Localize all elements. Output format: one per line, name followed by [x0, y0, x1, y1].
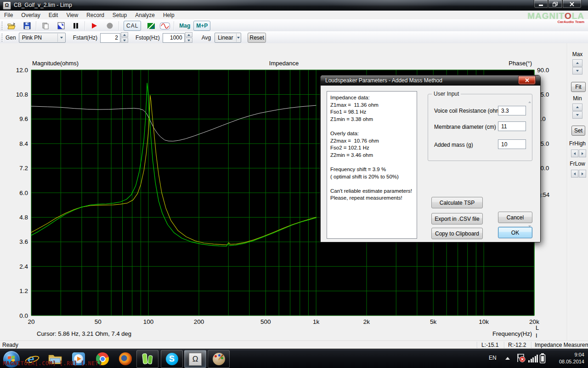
magnitude-phase-view-button[interactable]: M+P [193, 21, 210, 31]
menu-item[interactable]: File [0, 12, 17, 18]
language-indicator[interactable]: EN [489, 355, 497, 361]
taskbar-item-paint[interactable] [208, 350, 230, 368]
skype-icon: S [166, 353, 178, 365]
chevron-down-icon [236, 34, 241, 42]
export-csv-button[interactable]: Export in .CSV file [431, 213, 483, 224]
restore-button[interactable] [548, 0, 562, 8]
play-icon [91, 23, 97, 29]
step-down-button[interactable] [185, 38, 192, 43]
vc-resistance-input[interactable]: 3.3 [498, 106, 526, 115]
toolbar-grip[interactable] [1, 34, 3, 42]
titlebar-sheen [322, 0, 459, 11]
fstop-label: Fstop(Hz) [136, 34, 160, 41]
flag-icon [516, 353, 526, 362]
frlow-left-button[interactable] [571, 170, 578, 178]
generator-view-button[interactable] [159, 21, 171, 31]
generator-select[interactable]: Pink PN [19, 33, 66, 43]
step-up-button[interactable] [185, 32, 192, 37]
save-button[interactable] [21, 21, 33, 31]
max-down-button[interactable] [572, 67, 582, 75]
loudspeaker-parameters-dialog: Loudspeaker Parameters - Added Mass Meth… [320, 75, 541, 242]
toolbar-grip[interactable] [1, 22, 3, 30]
audio-device-icon [141, 353, 153, 366]
frhigh-stepper [571, 150, 587, 158]
fstart-input[interactable]: 2 [100, 33, 120, 43]
frhigh-right-button[interactable] [579, 150, 586, 157]
menu-item[interactable]: Record [82, 12, 108, 18]
taskbar-item-audio-device[interactable] [136, 350, 158, 368]
freq-axis-title: Frequency(Hz) [459, 330, 532, 337]
tray-expand-icon[interactable] [505, 357, 510, 360]
open-file-button[interactable] [6, 21, 17, 31]
status-left-level: L:-15.1 [481, 342, 498, 348]
taskbar-item-firefox[interactable] [118, 351, 133, 366]
status-ready: Ready [2, 342, 18, 348]
action-center-flag-icon[interactable] [516, 353, 526, 364]
step-up-button[interactable] [121, 32, 128, 37]
averaging-select[interactable]: Linear [215, 33, 241, 43]
ok-button[interactable]: OK [498, 227, 532, 238]
axis-tick-label: 7.2 [19, 165, 28, 172]
tray-clock[interactable]: 9:04 08.05.2014 [559, 351, 584, 365]
toolbar-separator [119, 21, 119, 30]
menu-item[interactable]: Analyze [131, 12, 159, 18]
fit-button[interactable]: Fit [571, 82, 586, 92]
dialog-close-button[interactable] [518, 76, 536, 85]
calculate-tsp-button[interactable]: Calculate TSP [431, 197, 483, 208]
set-button[interactable]: Set [571, 126, 585, 136]
firefox-icon [119, 352, 132, 365]
network-signal-icon[interactable] [528, 355, 538, 362]
status-bar: Ready L:-15.1 R:-12.2 Impedance Measurem… [0, 340, 588, 349]
watermark-top: MAGNITOLA CarAudio Team [527, 11, 584, 24]
record-start-button[interactable] [88, 21, 100, 31]
mp-label: M+P [196, 23, 208, 29]
phase-axis-title: Phase(°) [478, 60, 532, 67]
frhigh-left-button[interactable] [571, 150, 578, 157]
copy-clipboard-button[interactable]: Copy to Clipboard [431, 228, 483, 239]
step-down-button[interactable] [121, 38, 128, 43]
title-bar[interactable]: Ω CB_Golf_v_2.lim - Limp [0, 0, 588, 11]
added-mass-input[interactable]: 10 [498, 139, 526, 149]
added-mass-label: Added mass (g) [434, 142, 473, 148]
close-button[interactable] [562, 0, 582, 8]
taskbar-item-skype[interactable]: S [161, 350, 183, 368]
spectrum-view-button[interactable] [145, 21, 157, 31]
axis-tick-label: 0.0 [19, 312, 28, 319]
calibrate-button[interactable]: CAL [124, 21, 141, 31]
magnitude-view-button[interactable]: Mag [177, 21, 192, 31]
main-toolbar: CAL Mag M+P [0, 19, 588, 32]
frlow-right-button[interactable] [579, 170, 586, 178]
cancel-button[interactable]: Cancel [498, 212, 532, 223]
max-up-button[interactable] [572, 59, 582, 67]
taskbar-item-limp-active[interactable]: Ω [184, 350, 206, 368]
axis-tick-label: 1k [313, 318, 320, 325]
menu-item[interactable]: Help [159, 12, 179, 18]
min-down-button[interactable] [572, 111, 582, 119]
stop-circle-icon [107, 23, 113, 29]
membrane-diameter-input[interactable]: 11 [498, 121, 526, 131]
menu-item[interactable]: View [62, 12, 82, 18]
record-stop-button[interactable] [104, 21, 116, 31]
dialog-title-bar[interactable]: Loudspeaker Parameters - Added Mass Meth… [321, 75, 540, 86]
battery-icon[interactable] [539, 353, 546, 365]
status-separator [531, 342, 532, 348]
reset-label: Reset [249, 34, 264, 41]
reset-button[interactable]: Reset [248, 33, 266, 43]
user-input-legend: User Input [432, 91, 461, 97]
min-stepper [572, 104, 582, 119]
fstop-input[interactable]: 1000 [163, 33, 185, 43]
copy-button[interactable] [40, 21, 51, 31]
bw-background-button[interactable] [55, 21, 67, 31]
parameters-report[interactable]: Impedance data: Z1max = 11.36 ohm Fso1 =… [327, 91, 417, 239]
save-floppy-icon [23, 22, 31, 29]
window-title: CB_Golf_v_2.lim - Limp [14, 2, 72, 8]
menu-item[interactable]: Edit [45, 12, 62, 18]
min-up-button[interactable] [572, 104, 582, 111]
titlebar-sheen [83, 0, 266, 11]
minimize-button[interactable] [534, 0, 548, 8]
pause-button[interactable] [70, 21, 82, 31]
status-mode: Impedance Measurement [535, 342, 588, 348]
menu-item[interactable]: Overlay [17, 12, 44, 18]
menu-item[interactable]: Setup [108, 12, 131, 18]
max-label: Max [564, 51, 588, 58]
